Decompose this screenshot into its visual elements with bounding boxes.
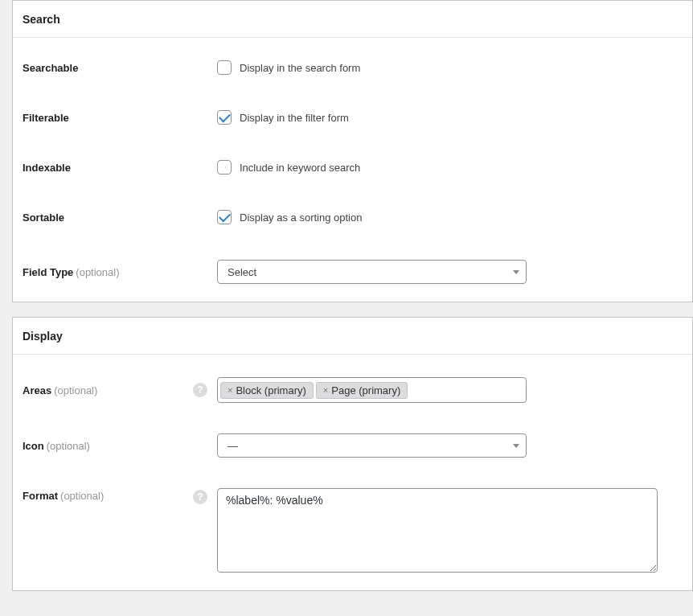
sortable-checkbox-text: Display as a sorting option <box>240 211 362 224</box>
search-panel: Search Searchable Display in the search … <box>12 0 693 302</box>
display-panel: Display Areas (optional) ? ×Block (prima… <box>12 317 693 591</box>
areas-input[interactable]: ×Block (primary) ×Page (primary) <box>217 377 527 403</box>
field-type-select-value: Select <box>228 266 256 278</box>
display-panel-title: Display <box>13 318 692 355</box>
display-panel-body: Areas (optional) ? ×Block (primary) ×Pag… <box>13 355 692 590</box>
areas-tag-0-label: Block (primary) <box>236 384 305 396</box>
areas-tag-1[interactable]: ×Page (primary) <box>316 382 408 399</box>
help-icon[interactable]: ? <box>193 490 207 504</box>
areas-tag-0[interactable]: ×Block (primary) <box>220 382 314 399</box>
filterable-checkbox[interactable] <box>217 110 232 125</box>
icon-select-value: — <box>228 440 238 452</box>
format-row: Format (optional) ? <box>23 458 683 573</box>
help-icon[interactable]: ? <box>193 383 207 397</box>
areas-tag-1-label: Page (primary) <box>331 384 400 396</box>
format-textarea[interactable] <box>217 488 658 573</box>
search-panel-body: Searchable Display in the search form Fi… <box>13 38 692 302</box>
sortable-label: Sortable <box>23 211 217 224</box>
optional-text: (optional) <box>60 490 104 502</box>
field-type-select[interactable]: Select <box>217 260 527 284</box>
sortable-row: Sortable Display as a sorting option <box>23 175 683 224</box>
optional-text: (optional) <box>76 266 119 278</box>
sortable-checkbox[interactable] <box>217 210 232 224</box>
format-label: Format <box>23 490 58 502</box>
chevron-down-icon <box>513 270 519 274</box>
indexable-checkbox[interactable] <box>217 160 232 175</box>
icon-label: Icon <box>23 440 44 452</box>
areas-row: Areas (optional) ? ×Block (primary) ×Pag… <box>23 359 683 403</box>
optional-text: (optional) <box>54 384 97 396</box>
close-icon: × <box>228 385 232 395</box>
filterable-row: Filterable Display in the filter form <box>23 75 683 125</box>
icon-row: Icon (optional) — <box>23 403 683 458</box>
filterable-label: Filterable <box>23 112 217 124</box>
indexable-checkbox-text: Include in keyword search <box>240 162 360 174</box>
field-type-row: Field Type (optional) Select <box>23 224 683 284</box>
searchable-label: Searchable <box>23 62 217 74</box>
field-type-label: Field Type <box>23 266 73 278</box>
icon-select[interactable]: — <box>217 433 527 458</box>
chevron-down-icon <box>513 444 519 448</box>
searchable-row: Searchable Display in the search form <box>23 43 683 75</box>
indexable-label: Indexable <box>23 162 217 174</box>
optional-text: (optional) <box>47 440 90 452</box>
indexable-row: Indexable Include in keyword search <box>23 125 683 175</box>
filterable-checkbox-text: Display in the filter form <box>240 112 349 124</box>
searchable-checkbox-text: Display in the search form <box>240 62 360 74</box>
searchable-checkbox[interactable] <box>217 60 232 75</box>
areas-label: Areas <box>23 384 51 396</box>
close-icon: × <box>323 385 328 395</box>
search-panel-title: Search <box>13 1 692 38</box>
